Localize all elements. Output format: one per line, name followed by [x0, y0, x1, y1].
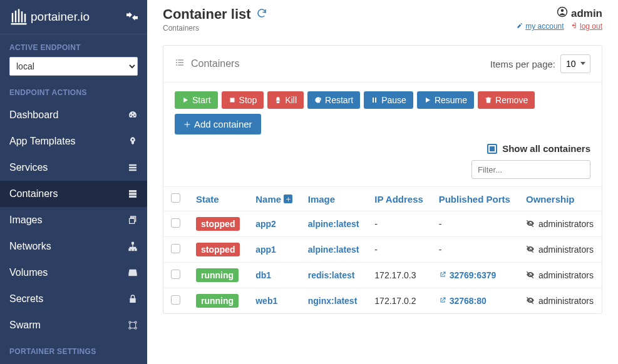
logo-icon [9, 8, 28, 26]
port-link[interactable]: 32769:6379 [439, 270, 497, 280]
state-badge: running [196, 294, 239, 308]
sidebar-item-label: Networks [9, 241, 51, 252]
sidebar-item-dashboard[interactable]: Dashboard [0, 102, 147, 128]
refresh-icon[interactable] [256, 6, 267, 23]
col-state[interactable]: State [188, 187, 248, 211]
external-link-icon [439, 270, 446, 280]
image-link[interactable]: alpine:latest [308, 245, 359, 255]
panel-heading: Containers [191, 58, 239, 69]
ownership-cell: administrators [526, 270, 594, 281]
sidebar-item-secrets[interactable]: Secrets [0, 286, 147, 312]
pause-button[interactable]: Pause [364, 91, 413, 109]
breadcrumb: Containers [163, 24, 267, 33]
state-badge: stopped [196, 243, 240, 256]
sidebar-item-label: Services [9, 162, 48, 173]
table-row: runningweb1nginx:latest172.17.0.232768:8… [163, 288, 602, 314]
items-per-page-label: Items per page: [490, 59, 555, 69]
sidebar-item-label: Images [9, 215, 42, 226]
svg-point-1 [561, 9, 564, 13]
port-link[interactable]: 32768:80 [439, 296, 487, 306]
sidebar-item-label: App Templates [9, 136, 76, 147]
portainer-settings-label: PORTAINER SETTINGS [0, 338, 147, 361]
sidebar-item-label: Secrets [9, 293, 43, 305]
sidebar-toggle-icon[interactable] [126, 12, 138, 23]
ownership-cell: administrators [526, 296, 594, 306]
object-group-icon [126, 320, 138, 331]
add-container-button[interactable]: Add container [175, 114, 261, 134]
ip-cell: - [367, 237, 431, 263]
endpoint-actions-label: ENDPOINT ACTIONS [0, 79, 147, 102]
rocket-icon [126, 136, 138, 147]
sidebar-item-volumes[interactable]: Volumes [0, 260, 147, 286]
state-badge: stopped [196, 217, 240, 231]
hdd-icon [126, 267, 138, 278]
container-name-link[interactable]: web1 [255, 296, 277, 306]
username: admin [571, 8, 602, 20]
row-checkbox[interactable] [171, 244, 180, 253]
col-ownership[interactable]: Ownership [518, 187, 602, 211]
sitemap-icon [126, 241, 138, 252]
clone-icon [126, 215, 138, 226]
log-out-link[interactable]: log out [571, 22, 602, 31]
eye-slash-icon [526, 270, 535, 281]
select-all-checkbox[interactable] [171, 193, 180, 203]
list-icon [126, 162, 138, 173]
resume-button[interactable]: Resume [417, 91, 474, 109]
ip-cell: 172.17.0.2 [367, 288, 431, 314]
image-link[interactable]: alpine:latest [308, 219, 359, 229]
sidebar-item-app-templates[interactable]: App Templates [0, 128, 147, 154]
filter-input[interactable] [471, 160, 590, 179]
plus-icon [284, 195, 292, 203]
user-icon [557, 6, 568, 21]
col-ports[interactable]: Published Ports [431, 187, 518, 211]
image-link[interactable]: redis:latest [308, 270, 355, 280]
sidebar: portainer.io ACTIVE ENDPOINT local ENDPO… [0, 0, 147, 364]
list-icon [175, 58, 185, 70]
sidebar-item-images[interactable]: Images [0, 207, 147, 233]
sidebar-item-containers[interactable]: Containers [0, 181, 147, 207]
remove-button[interactable]: Remove [478, 91, 535, 109]
show-all-label: Show all containers [502, 143, 590, 154]
container-name-link[interactable]: app1 [255, 245, 276, 255]
logo[interactable]: portainer.io [9, 8, 90, 26]
start-button[interactable]: Start [175, 91, 218, 109]
col-image[interactable]: Image [301, 187, 368, 211]
container-name-link[interactable]: app2 [255, 219, 276, 229]
server-icon [126, 188, 138, 200]
gauge-icon [126, 109, 138, 121]
sidebar-item-networks[interactable]: Networks [0, 233, 147, 260]
sidebar-item-label: Volumes [9, 267, 48, 278]
logo-text: portainer.io [31, 10, 90, 24]
row-checkbox[interactable] [171, 270, 180, 279]
col-name[interactable]: Name [248, 187, 301, 211]
image-link[interactable]: nginx:latest [308, 296, 358, 306]
external-link-icon [439, 296, 446, 306]
row-checkbox[interactable] [171, 218, 180, 228]
eye-slash-icon [526, 245, 535, 255]
eye-slash-icon [526, 296, 535, 306]
table-row: runningdb1redis:latest172.17.0.332769:63… [163, 263, 602, 288]
show-all-checkbox[interactable] [487, 144, 497, 154]
sidebar-item-services[interactable]: Services [0, 154, 147, 181]
col-ip[interactable]: IP Address [367, 187, 431, 211]
kill-button[interactable]: Kill [267, 91, 304, 109]
items-per-page-select[interactable]: 10 [560, 54, 590, 73]
row-checkbox[interactable] [171, 295, 180, 305]
sidebar-item-swarm[interactable]: Swarm [0, 312, 147, 338]
ownership-cell: administrators [526, 245, 594, 255]
user-box: admin my account log out [517, 6, 602, 31]
stop-button[interactable]: Stop [222, 91, 264, 109]
my-account-link[interactable]: my account [517, 22, 564, 31]
container-name-link[interactable]: db1 [255, 270, 271, 280]
lock-icon [126, 293, 138, 305]
ownership-cell: administrators [526, 219, 594, 230]
eye-slash-icon [526, 219, 535, 230]
restart-button[interactable]: Restart [307, 91, 360, 109]
sidebar-item-label: Dashboard [9, 109, 58, 121]
ip-cell: 172.17.0.3 [367, 263, 431, 288]
sidebar-item-label: Swarm [9, 320, 41, 331]
active-endpoint-label: ACTIVE ENDPOINT [0, 34, 147, 57]
containers-panel: Containers Items per page: 10 Start Stop… [163, 45, 602, 314]
endpoint-select[interactable]: local [9, 57, 138, 76]
main-content: Container list Containers admin my accou… [147, 0, 618, 364]
